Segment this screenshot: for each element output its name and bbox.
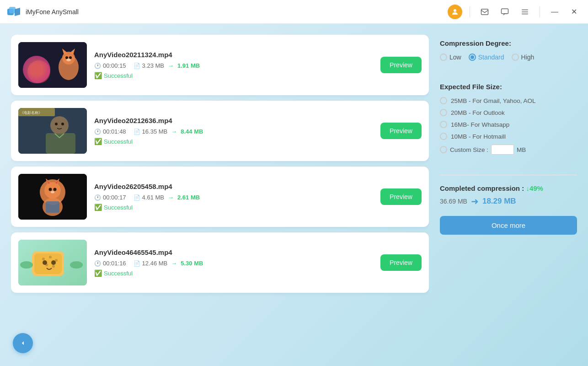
size-option-label-1: 25MB - For Gmail, Yahoo, AOL bbox=[451, 97, 536, 104]
duration-2: 00:01:48 bbox=[103, 128, 126, 135]
svg-point-41 bbox=[42, 258, 45, 260]
back-icon bbox=[19, 339, 27, 347]
radio-label-standard: Standard bbox=[478, 54, 504, 61]
preview-button-2[interactable]: Preview bbox=[380, 123, 422, 139]
size-after-3: 2.61 MB bbox=[177, 194, 200, 201]
user-button[interactable] bbox=[448, 5, 462, 19]
svg-point-34 bbox=[51, 191, 54, 194]
main-wrapper: AnyVideo20211324.mp4 🕐 00:00:15 📄 3.23 M… bbox=[0, 24, 588, 366]
chat-button[interactable] bbox=[497, 5, 512, 19]
size-option-row-1[interactable]: 25MB - For Gmail, Yahoo, AOL bbox=[440, 97, 577, 104]
clock-icon-1: 🕐 bbox=[94, 63, 101, 69]
custom-size-input[interactable] bbox=[491, 145, 514, 155]
preview-button-1[interactable]: Preview bbox=[380, 57, 422, 73]
meta-size-2: 📄 16.35 MB → 8.44 MB bbox=[134, 128, 203, 135]
app-name: iMyFone AnySmall bbox=[26, 8, 79, 16]
size-before-4: 12.46 MB bbox=[142, 260, 168, 267]
status-1: ✅ Successful bbox=[94, 72, 373, 79]
status-2: ✅ Successful bbox=[94, 138, 373, 145]
radio-high[interactable]: High bbox=[512, 54, 535, 61]
status-4: ✅ Successful bbox=[94, 269, 373, 277]
result-sizes: 36.69 MB ➜ 18.29 MB bbox=[440, 196, 577, 207]
result-arrow-icon: ➜ bbox=[471, 196, 479, 207]
result-label-text: Completed compression : bbox=[440, 184, 524, 192]
check-icon-2: ✅ bbox=[94, 138, 102, 145]
thumb-2-svg: 《电影名称》 bbox=[18, 108, 87, 154]
video-thumbnail-2: 《电影名称》 bbox=[18, 108, 87, 154]
arrow-3: → bbox=[168, 194, 174, 201]
meta-size-4: 📄 12.46 MB → 5.30 MB bbox=[134, 260, 203, 267]
arrow-1: → bbox=[168, 62, 174, 69]
user-icon bbox=[451, 8, 459, 16]
video-card-3: AnyVideo26205458.mp4 🕐 00:00:17 📄 4.61 M… bbox=[11, 167, 429, 227]
menu-button[interactable] bbox=[518, 5, 532, 19]
app-logo-icon bbox=[7, 7, 22, 17]
compression-result-section: Completed compression : ↓49% 36.69 MB ➜ … bbox=[440, 175, 577, 235]
radio-label-low: Low bbox=[449, 54, 461, 61]
preview-button-3[interactable]: Preview bbox=[380, 188, 422, 205]
mail-button[interactable] bbox=[477, 5, 492, 19]
video-info-1: AnyVideo20211324.mp4 🕐 00:00:15 📄 3.23 M… bbox=[94, 51, 373, 79]
video-list-panel: AnyVideo20211324.mp4 🕐 00:00:15 📄 3.23 M… bbox=[11, 35, 429, 355]
video-meta-2: 🕐 00:01:48 📄 16.35 MB → 8.44 MB bbox=[94, 128, 373, 135]
custom-unit-label: MB bbox=[517, 146, 526, 153]
meta-duration-4: 🕐 00:01:16 bbox=[94, 260, 126, 267]
once-more-button[interactable]: Once more bbox=[440, 216, 577, 235]
video-meta-1: 🕐 00:00:15 📄 3.23 MB → 1.91 MB bbox=[94, 62, 373, 69]
video-filename-2: AnyVideo20212636.mp4 bbox=[94, 117, 373, 124]
meta-duration-1: 🕐 00:00:15 bbox=[94, 62, 126, 69]
thumb-4-svg bbox=[18, 240, 87, 285]
minimize-button[interactable]: — bbox=[547, 6, 562, 18]
result-label: Completed compression : ↓49% bbox=[440, 184, 577, 192]
svg-point-15 bbox=[65, 56, 68, 59]
separator bbox=[470, 6, 470, 17]
check-icon-4: ✅ bbox=[94, 269, 102, 277]
chat-icon bbox=[501, 8, 509, 16]
thumb-1-svg bbox=[18, 42, 87, 88]
preview-button-4[interactable]: Preview bbox=[380, 254, 422, 271]
status-3: ✅ Successful bbox=[94, 204, 373, 211]
meta-size-3: 📄 4.61 MB → 2.61 MB bbox=[134, 194, 200, 201]
back-button[interactable] bbox=[13, 333, 33, 353]
size-option-row-4[interactable]: 10MB - For Hotmaill bbox=[440, 133, 577, 140]
video-filename-3: AnyVideo26205458.mp4 bbox=[94, 183, 373, 190]
file-icon-2: 📄 bbox=[134, 129, 140, 135]
svg-point-3 bbox=[454, 9, 456, 12]
svg-point-27 bbox=[44, 182, 61, 199]
video-card-4: AnyVideo46465545.mp4 🕐 00:01:16 📄 12.46 … bbox=[11, 232, 429, 293]
titlebar-controls: — ✕ bbox=[448, 5, 581, 19]
meta-duration-3: 🕐 00:00:17 bbox=[94, 194, 126, 201]
compression-degree-group: Low Standard High bbox=[440, 54, 577, 61]
size-option-label-3: 16MB- For Whatsapp bbox=[451, 121, 509, 128]
status-text-3: Successful bbox=[104, 204, 133, 211]
svg-point-24 bbox=[61, 123, 64, 125]
svg-rect-40 bbox=[34, 253, 62, 274]
radio-low[interactable]: Low bbox=[440, 54, 461, 61]
size-after-4: 5.30 MB bbox=[181, 260, 203, 267]
duration-4: 00:01:16 bbox=[103, 260, 126, 267]
radio-circle-high bbox=[512, 54, 519, 61]
video-thumbnail-3 bbox=[18, 174, 87, 220]
check-icon-3: ✅ bbox=[94, 204, 102, 211]
mail-icon bbox=[481, 8, 489, 16]
radio-circle-custom bbox=[440, 146, 447, 153]
size-option-label-4: 10MB - For Hotmaill bbox=[451, 133, 506, 140]
clock-icon-3: 🕐 bbox=[94, 194, 101, 201]
size-option-label-2: 20MB - For Outlook bbox=[451, 109, 505, 116]
video-filename-1: AnyVideo20211324.mp4 bbox=[94, 51, 373, 59]
meta-duration-2: 🕐 00:01:48 bbox=[94, 128, 126, 135]
svg-point-49 bbox=[70, 261, 83, 269]
meta-size-1: 📄 3.23 MB → 1.91 MB bbox=[134, 62, 200, 69]
svg-point-23 bbox=[55, 123, 58, 125]
result-size-after: 18.29 MB bbox=[482, 197, 516, 206]
video-meta-4: 🕐 00:01:16 📄 12.46 MB → 5.30 MB bbox=[94, 260, 373, 267]
svg-point-46 bbox=[43, 260, 47, 265]
radio-circle-20mb bbox=[440, 109, 447, 116]
status-text-1: Successful bbox=[104, 72, 133, 79]
radio-circle-16mb bbox=[440, 121, 447, 128]
close-button[interactable]: ✕ bbox=[567, 5, 581, 18]
size-option-row-2[interactable]: 20MB - For Outlook bbox=[440, 109, 577, 116]
size-option-row-3[interactable]: 16MB- For Whatsapp bbox=[440, 121, 577, 128]
radio-standard[interactable]: Standard bbox=[469, 54, 504, 61]
svg-point-32 bbox=[49, 188, 52, 191]
